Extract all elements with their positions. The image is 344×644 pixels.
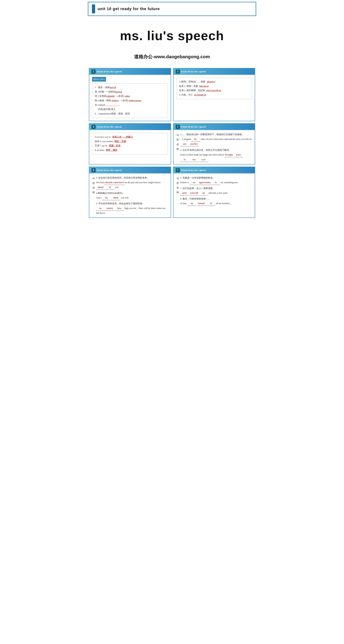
card-5-body: 句 型 在 线 1.……我在你们的一些教室旁停下，阅读你们互相留下的便条。 …I…: [174, 130, 255, 164]
vocab-row-3: 词 3. 宝贵的valuable→(名词)value: [95, 94, 165, 98]
vocab-num-2: 单 2.: [95, 90, 99, 94]
fill-by: by: [191, 137, 200, 142]
fill-behalf2: behalf: [197, 201, 206, 206]
fill-up2: up: [199, 190, 208, 196]
vocab-answer-1: speech: [110, 86, 116, 89]
vocab-row-2: 单 2. 时期；一段时间period: [95, 90, 165, 94]
fill-ahead: ahead: [96, 185, 105, 190]
sentence-7-6-en: Failure is an opportunity to try somethi…: [180, 180, 252, 185]
fill-my: my: [190, 157, 199, 162]
vocab-answer-3a: valuable: [106, 95, 115, 97]
sentence-7-6-cn: 6. 失败是一次尝试新事物的机会。: [180, 176, 252, 180]
sentence-7-7-cn: 7. 自己站起来，走上一条新道路。: [180, 186, 252, 190]
header-blue-bar: [92, 4, 95, 13]
card-4-number: 4: [91, 125, 96, 129]
vocab-num-3: 词 3.: [95, 94, 99, 98]
card-4-content: 5.on one's way to 在某人去……的路上 短语 6. one an…: [92, 133, 168, 154]
sentence-7-8-cn: 8. 最后，代表所有的老师……: [180, 196, 252, 201]
card-4: 4 lesson 58 ms. liu's speech 5.on one's …: [89, 123, 171, 164]
card-4-body: 5.on one's way to 在某人去……的路上 短语 6. one an…: [89, 130, 171, 157]
sentence-7-7-en: pick yourself up and take a new road.: [180, 190, 252, 196]
card-6-content: 3. 过去你们有宝贵的经历，并且前方有光明的未来。 You had valuab…: [96, 176, 168, 215]
fill-another: another: [190, 142, 199, 146]
card-6-side-labels: 句 型 在 线: [92, 176, 95, 215]
card-4-lesson: lesson 58 ms. liu's speech: [97, 126, 122, 128]
card-4-header: 4 lesson 58 ms. liu's speech: [89, 124, 171, 130]
header-section: unit 10 get ready for the future: [88, 2, 256, 16]
card-6: 6 lesson 58 ms. liu's speech 句 型 在 线 3. …: [89, 167, 171, 218]
card-6-header: 6 lesson 58 ms. liu's speech: [89, 167, 171, 174]
sentence-5-1-cn: 1.……我在你们的一些教室旁停下，阅读你们互相留下的便条。: [180, 132, 252, 137]
phrase-row-6: 短语 6. one another 彼此，互相: [95, 139, 165, 144]
card-6-lesson: lesson 58 ms. liu's speech: [97, 169, 122, 172]
fill-pick: pick: [180, 190, 189, 196]
card-3: 3 lesson 58 ms. liu's speech 1.(时间、空间)在……: [173, 68, 255, 121]
card-3-header: 3 lesson 58 ms. liu's speech: [174, 68, 255, 75]
vocab-answer-2: period: [116, 90, 122, 93]
sentence-5-2-cn: 2. 它们中有些让我大笑，有些几乎让我流下眼泪。: [180, 148, 252, 152]
card-5-side-labels: 句 型 在 线: [176, 132, 179, 162]
card-5-number: 5: [176, 125, 180, 129]
vocab-answer-4b: achievement: [129, 99, 141, 102]
fill-yourself: yourself: [190, 190, 199, 196]
vocab-answer-3b: value: [125, 95, 130, 97]
fill-how: how: [115, 206, 124, 211]
card-3-content: 1.(时间、空间)在……前面 ahead of 短语 2. 摔倒；失败 fall…: [176, 78, 252, 99]
card-5-side: 句 型 在 线 1.……我在你们的一些教室旁停下，阅读你们互相留下的便条。 …I…: [176, 132, 252, 162]
sentence-6-3-cn: 3. 过去你们有宝贵的经历，并且前方有光明的未来。: [96, 176, 168, 180]
card-7-lesson: lesson 58 ms. liu's speech: [181, 169, 206, 172]
sentence-5-2-en: Some of them made me laugh and some almo…: [180, 152, 252, 162]
card-2-lesson: lesson 58 ms. liu's speech: [97, 70, 122, 73]
fill-of2: of: [105, 185, 114, 190]
card-6-body: 句 型 在 线 3. 过去你们有宝贵的经历，并且前方有光明的未来。 You ha…: [89, 174, 171, 218]
title-area: ms. liu's speech 道格办公-www.daogebangong.c…: [86, 18, 258, 65]
sentence-6-3-en: You had valuable experiences in the past…: [96, 180, 168, 190]
card-5-content: 1.……我在你们的一些教室旁停下，阅读你们互相留下的便条。 …I stopped…: [180, 132, 252, 162]
vocab-indent-5: 代表(或代替)某人: [98, 107, 165, 112]
card-6-side: 句 型 在 线 3. 过去你们有宝贵的经历，并且前方有光明的未来。 You ha…: [92, 176, 168, 215]
card-5-lesson: lesson 58 ms. liu's speech: [181, 126, 206, 128]
fill-of3: of: [206, 201, 215, 206]
sentence-7-8-en: At last, on behalf of all the teachers…: [180, 201, 252, 206]
fill-to2: to: [211, 180, 220, 185]
card-2-header: 2 lesson 58 ms. liu's speech: [89, 68, 171, 75]
card-2-content: 1. 发音；演讲speech 单 2. 时期；一段时间period 词 3. 宝…: [92, 83, 168, 118]
card-7-side-labels: 句 型 在 线: [176, 176, 179, 206]
phrase-row-1: 1.(时间、空间)在……前面 ahead of: [179, 80, 249, 84]
vocab-num-4: 阅 4.: [95, 98, 99, 103]
card-7-content: 6. 失败是一次尝试新事物的机会。 Failure is an opportun…: [180, 176, 252, 206]
card-2-body: 课前自主预习 1. 发音；演讲speech 单 2. 时期；一段时间period…: [89, 75, 171, 121]
card-5-header: 5 lesson 58 ms. liu's speech: [174, 124, 255, 130]
card-2: 2 lesson 58 ms. liu's speech 课前自主预习 1. 发…: [89, 68, 171, 121]
vocab-row-5: 关 5. behalf ____________: [95, 103, 165, 107]
cards-grid: 2 lesson 58 ms. liu's speech 课前自主预习 1. 发…: [88, 67, 256, 219]
fill-do: do: [102, 196, 111, 200]
card-7-header: 7 lesson 58 ms. liu's speech: [174, 167, 255, 174]
phrase-row-3: 互译 3. 振作精神；站起来 pick oneself up: [179, 88, 249, 93]
fill-on2: on: [187, 201, 196, 206]
fill-tears: tears: [234, 152, 243, 157]
website-label: 道格办公-www.daogebangong.com: [90, 54, 254, 60]
vocab-num-6: 6.: [95, 112, 98, 116]
vocab-num-5: 关 5.: [95, 103, 99, 107]
fill-one: one: [180, 142, 189, 146]
card-2-badge: 课前自主预习: [92, 77, 106, 82]
header-title: unit 10 get ready for the future: [98, 6, 160, 11]
sentence-5-1-en: …I stoppedby some of your classrooms and…: [180, 137, 252, 146]
card-7-number: 7: [176, 168, 180, 172]
card-7: 7 lesson 58 ms. liu's speech 句 型 在 线 6. …: [173, 167, 255, 218]
fill-think: think: [111, 196, 120, 200]
phrase-row-8: 8. at times 有时，偶尔: [95, 148, 165, 152]
vocab-answer-4a: achieve: [112, 99, 119, 102]
fill-no: no: [96, 206, 105, 211]
sentence-6-5-en: no matter how high you rise，there will b…: [96, 206, 168, 215]
main-title: ms. liu's speech: [90, 28, 254, 43]
congratulation-hint: 祝贺；恭祝；贺词: [111, 112, 130, 115]
vocab-row-4: 阅 4. 做成；获得 achieve→(名词)achievement: [95, 98, 165, 103]
card-6-number: 6: [91, 168, 96, 172]
card-3-lesson: lesson 58 ms. liu's speech: [181, 70, 206, 73]
behalf-hint: ____________: [106, 104, 120, 106]
fill-to: to: [180, 157, 189, 162]
card-3-number: 3: [176, 70, 180, 74]
vocab-row-1: 1. 发音；演讲speech: [95, 85, 165, 90]
